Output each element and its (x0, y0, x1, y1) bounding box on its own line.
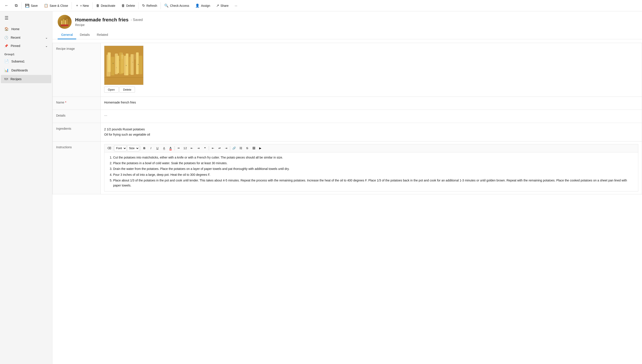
sidebar-item-home[interactable]: 🏠 Home (1, 25, 51, 33)
sidebar-menu-button[interactable]: ☰ (2, 13, 11, 23)
assign-icon: 👤 (195, 4, 200, 8)
save-button[interactable]: 💾 Save (22, 0, 41, 11)
record-avatar (58, 15, 72, 29)
toolbar-divider-3 (92, 2, 92, 9)
tab-details[interactable]: Details (76, 30, 93, 39)
recipes-icon: 🍽 (4, 77, 8, 81)
back-button[interactable]: ← (2, 1, 11, 10)
new-icon: ＋ (75, 3, 79, 8)
check-access-icon: 🔍 (164, 4, 168, 8)
rte-link-button[interactable]: 🔗 (231, 145, 237, 151)
tab-related[interactable]: Related (93, 30, 112, 39)
deactivate-button[interactable]: 🗑 Deactivate (93, 0, 118, 11)
rte-font-color-button[interactable]: A (168, 145, 174, 151)
sidebar-item-recent[interactable]: 🕐 Recent ⌄ (1, 34, 51, 42)
rte-highlight-button[interactable]: A̲ (161, 145, 167, 151)
more-button[interactable]: ··· (232, 0, 240, 11)
ingredients-value[interactable]: 2 1/2 pounds Russet potatoes Oil for fry… (101, 123, 642, 141)
form-row-details: Details --- (53, 110, 642, 123)
svg-rect-1 (63, 19, 64, 25)
instruction-item-4: Pour 3 inches of oil into a large, deep … (113, 172, 634, 177)
toolbar-divider-4 (138, 2, 139, 9)
svg-rect-4 (61, 24, 68, 26)
svg-point-22 (120, 60, 120, 60)
open-image-button[interactable]: Open (104, 87, 118, 92)
rte-divider-4 (209, 146, 209, 150)
rte-numbered-list-button[interactable]: 1 2 (182, 145, 188, 151)
sidebar-item-recipes[interactable]: 🍽 Recipes (1, 75, 51, 83)
refresh-icon: ↻ (142, 4, 145, 8)
share-button[interactable]: ↗ Share (213, 0, 232, 11)
sidebar-section-group1: Group1 (0, 50, 52, 57)
svg-rect-27 (109, 54, 110, 60)
saved-label: - Saved (131, 18, 143, 22)
rte-divider-1 (113, 146, 113, 150)
sidebar: ☰ 🏠 Home 🕐 Recent ⌄ 📌 Pinned ⌄ Group1 📄 … (0, 11, 52, 364)
instruction-item-1: Cut the potatoes into matchsticks, eithe… (113, 155, 634, 160)
fries-image-svg (104, 46, 144, 85)
deactivate-icon: 🗑 (96, 4, 100, 8)
rte-italic-button[interactable]: I (148, 145, 154, 151)
content-area: Homemade french fries - Saved Recipe Gen… (52, 11, 642, 364)
rte-blockquote-button[interactable]: ❝ (202, 145, 208, 151)
share-icon: ↗ (216, 4, 219, 8)
sidebar-item-pinned[interactable]: 📌 Pinned ⌄ (1, 42, 51, 50)
name-value[interactable]: Homemade french fries (101, 97, 642, 108)
rte-image-button[interactable]: 🖼 (251, 145, 257, 151)
svg-rect-29 (134, 54, 136, 60)
required-indicator: * (65, 101, 66, 104)
ingredient-line-2: Oil for frying such as vegetable oil (104, 132, 638, 137)
delete-button[interactable]: 🗑 Delete (118, 0, 138, 11)
rte-bullet-list-button[interactable]: •• (176, 145, 182, 151)
rte-align-right-button[interactable]: ⇥ (223, 145, 229, 151)
rte-strikethrough-button[interactable]: S (244, 145, 250, 151)
svg-rect-8 (111, 57, 114, 75)
refresh-button[interactable]: ↻ Refresh (139, 0, 160, 11)
delete-image-button[interactable]: Delete (120, 87, 135, 92)
hamburger-icon: ☰ (4, 15, 8, 20)
svg-rect-14 (126, 54, 128, 75)
form-row-name: Name * Homemade french fries (53, 97, 642, 110)
rte-align-left-button[interactable]: ⇤ (210, 145, 216, 151)
rte-increase-indent-button[interactable]: ⇥ (195, 145, 201, 151)
name-label: Name * (53, 97, 101, 110)
ingredients-text: 2 1/2 pounds Russet potatoes Oil for fry… (104, 127, 638, 137)
avatar-image (58, 15, 72, 29)
image-value: Open Delete (101, 43, 642, 96)
check-access-button[interactable]: 🔍 Check Access (161, 0, 192, 11)
recent-icon: 🕐 (4, 36, 8, 39)
svg-point-21 (113, 63, 114, 64)
rte-font-select[interactable]: Font (114, 145, 127, 151)
form-area: Recipe image (52, 43, 642, 194)
svg-rect-3 (66, 19, 68, 25)
svg-point-24 (132, 62, 133, 63)
recipe-image (104, 46, 144, 85)
main-toolbar: ← ⧉ 💾 Save 📋 Save & Close ＋ + New 🗑 Deac… (0, 0, 642, 11)
save-close-button[interactable]: 📋 Save & Close (41, 0, 71, 11)
svg-rect-10 (116, 56, 119, 73)
rte-more-button[interactable]: ▶ (257, 145, 263, 151)
rte-divider-5 (230, 146, 230, 150)
details-value[interactable]: --- (101, 110, 642, 121)
assign-button[interactable]: 👤 Assign (192, 0, 213, 11)
rte-size-select[interactable]: Size (127, 145, 139, 151)
new-button[interactable]: ＋ + New (72, 0, 92, 11)
rte-align-center-button[interactable]: ⇌ (216, 145, 222, 151)
sidebar-item-subarea1[interactable]: 📄 Subarea1 (1, 57, 51, 66)
open-new-window-button[interactable]: ⧉ (11, 1, 21, 10)
instruction-item-2: Place the potatoes in a bowl of cold wat… (113, 161, 634, 166)
main-layout: ☰ 🏠 Home 🕐 Recent ⌄ 📌 Pinned ⌄ Group1 📄 … (0, 11, 642, 364)
rte-unlink-button[interactable]: ⛓ (238, 145, 244, 151)
home-icon: 🏠 (4, 27, 9, 31)
rte-underline-button[interactable]: U (154, 145, 160, 151)
tab-general[interactable]: General (58, 30, 76, 39)
rte-bold-button[interactable]: B (141, 145, 148, 151)
rte-decrease-indent-button[interactable]: ⇤ (189, 145, 195, 151)
toolbar-divider-5 (160, 2, 161, 9)
sidebar-item-dashboards[interactable]: 📊 Dashboards (1, 66, 51, 74)
ingredient-line-1: 2 1/2 pounds Russet potatoes (104, 127, 638, 132)
rte-clear-formatting-button[interactable]: ⌫ (106, 145, 112, 151)
pin-icon: 📌 (4, 44, 8, 48)
dashboards-icon: 📊 (4, 68, 9, 72)
rte-content[interactable]: Cut the potatoes into matchsticks, eithe… (104, 152, 638, 192)
